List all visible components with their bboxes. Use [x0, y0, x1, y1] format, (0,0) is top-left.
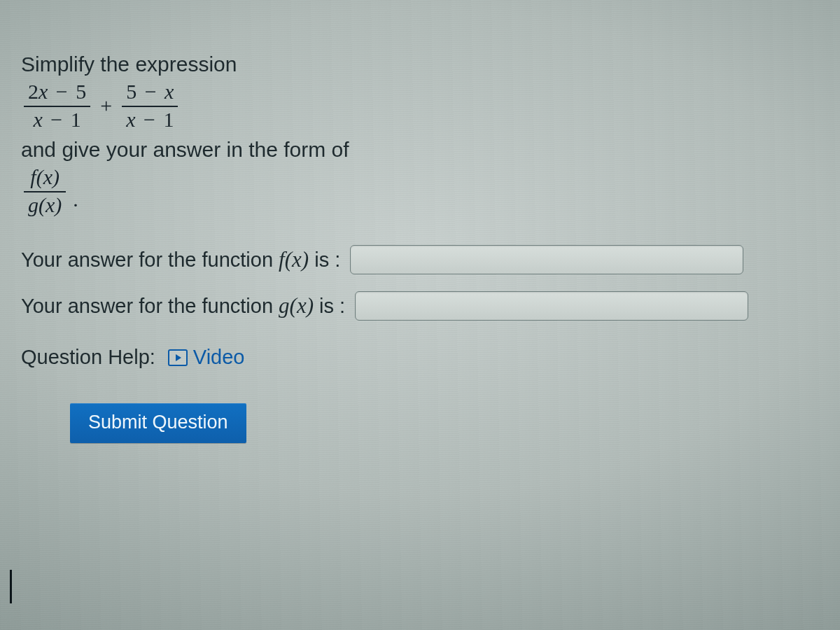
- fraction-2: 5 − x x − 1: [119, 80, 181, 132]
- coef: 2: [28, 80, 38, 103]
- label-pre: Your answer for the function: [21, 248, 279, 271]
- answer-row-g: Your answer for the function g(x) is :: [21, 291, 819, 321]
- video-link-text: Video: [193, 344, 245, 371]
- var-x: x: [38, 80, 48, 103]
- fn-f: f(x): [279, 247, 309, 272]
- fraction-1: 2x − 5 x − 1: [21, 80, 93, 132]
- fraction-bar: [24, 106, 90, 107]
- answer-label-g: Your answer for the function g(x) is :: [21, 292, 345, 320]
- submit-question-button[interactable]: Submit Question: [70, 403, 246, 443]
- text-cursor: [10, 570, 12, 603]
- prompt-line-1: Simplify the expression: [21, 50, 819, 78]
- question-body: Simplify the expression 2x − 5 x − 1 + 5…: [0, 0, 840, 443]
- answer-block: Your answer for the function f(x) is : Y…: [21, 245, 819, 321]
- minus-operator: −: [142, 80, 160, 103]
- answer-input-f[interactable]: [350, 245, 743, 274]
- const: 1: [163, 108, 174, 131]
- answer-label-f: Your answer for the function f(x) is :: [21, 246, 340, 274]
- fraction-bar: [122, 106, 178, 107]
- prompt-line-2: and give your answer in the form of: [21, 136, 819, 163]
- fn-g: g(x): [279, 293, 314, 318]
- question-help-label: Question Help:: [21, 344, 155, 371]
- minus-operator: −: [48, 108, 65, 131]
- fraction-fg: f(x) g(x): [21, 166, 69, 217]
- expression: 2x − 5 x − 1 + 5 − x x − 1: [21, 80, 819, 132]
- answer-form: f(x) g(x) .: [21, 166, 819, 217]
- period: .: [69, 186, 78, 213]
- question-help-row: Question Help: Video: [21, 344, 819, 371]
- answer-row-f: Your answer for the function f(x) is :: [21, 245, 819, 274]
- var-x: x: [126, 108, 135, 131]
- var-x: x: [164, 80, 174, 103]
- minus-operator: −: [141, 108, 158, 131]
- label-post: is :: [314, 295, 345, 317]
- answer-input-g[interactable]: [355, 291, 748, 321]
- const: 5: [76, 80, 86, 103]
- minus-operator: −: [53, 80, 71, 103]
- var-x: x: [34, 108, 43, 131]
- play-video-icon: [168, 349, 188, 366]
- const: 5: [126, 80, 136, 103]
- const: 1: [71, 108, 81, 131]
- label-pre: Your answer for the function: [21, 295, 279, 317]
- f-of-x: f(x): [30, 165, 59, 188]
- g-of-x: g(x): [28, 193, 62, 216]
- label-post: is :: [309, 248, 340, 271]
- fraction-bar: [24, 191, 66, 192]
- video-link[interactable]: Video: [168, 344, 245, 371]
- plus-operator: +: [93, 92, 119, 120]
